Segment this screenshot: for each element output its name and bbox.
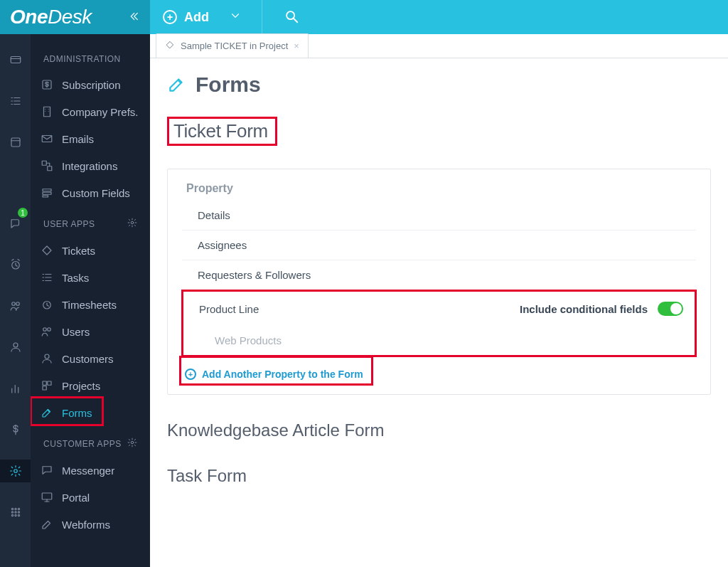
iconbar-chat-icon[interactable]: 1 (0, 212, 31, 235)
section-ticket-form: Ticket Form (173, 120, 268, 142)
nav-portal[interactable]: Portal (31, 484, 150, 511)
add-button[interactable]: + Add (150, 0, 262, 34)
content-area: Sample TICKET in Project × Forms Ticket … (150, 34, 728, 567)
mail-icon (41, 132, 53, 145)
svg-point-27 (18, 514, 19, 516)
iconbar-panel-icon[interactable] (0, 131, 31, 154)
top-header: OneDesk + Add (0, 0, 728, 34)
svg-point-12 (11, 302, 15, 306)
iconbar-analytics-icon[interactable] (0, 377, 31, 400)
svg-rect-36 (48, 166, 52, 171)
sidebar-item-label: Messenger (62, 465, 114, 477)
property-row[interactable]: Assignees (182, 230, 696, 260)
property-row[interactable]: Details (182, 201, 696, 230)
chat-badge: 1 (18, 208, 28, 218)
sidebar-item-label: Customers (62, 353, 114, 365)
iconbar-clock-icon[interactable] (0, 253, 31, 276)
ticket-icon (41, 244, 53, 257)
iconbar: 1 (0, 34, 31, 567)
nav-projects[interactable]: Projects (31, 372, 150, 399)
nav-forms[interactable]: Forms (31, 399, 150, 426)
gear-icon[interactable] (127, 218, 137, 230)
svg-rect-9 (11, 138, 20, 147)
iconbar-settings-icon[interactable] (0, 460, 31, 482)
annotation-highlight: Ticket Form (167, 117, 277, 146)
sidebar-section-user: USER APPS (31, 206, 150, 237)
edit-icon (167, 75, 186, 94)
svg-rect-51 (43, 381, 46, 385)
conditional-toggle[interactable] (658, 302, 683, 316)
dollar-box-icon (41, 78, 53, 91)
svg-rect-2 (11, 57, 21, 63)
iconbar-customers-icon[interactable] (0, 336, 31, 359)
iconbar-billing-icon[interactable] (0, 418, 31, 441)
page-body: Forms Ticket Form Property Details Assig… (150, 58, 728, 567)
svg-point-54 (131, 441, 134, 444)
svg-rect-52 (48, 381, 51, 385)
gear-icon[interactable] (127, 438, 137, 450)
nav-timesheets[interactable]: Timesheets (31, 291, 150, 318)
iconbar-users-icon[interactable] (0, 295, 31, 317)
svg-point-26 (14, 514, 16, 516)
nav-users[interactable]: Users (31, 318, 150, 345)
svg-point-19 (11, 508, 13, 509)
svg-rect-34 (42, 136, 52, 142)
iconbar-tickets-icon[interactable] (0, 48, 31, 71)
users-icon (41, 325, 53, 338)
svg-point-50 (45, 354, 49, 359)
nav-emails[interactable]: Emails (31, 125, 150, 152)
sidebar: ADMINISTRATION Subscription Company Pref… (31, 34, 150, 567)
svg-rect-37 (43, 189, 51, 191)
customers-icon (41, 352, 53, 365)
nav-company-prefs[interactable]: Company Prefs. (31, 98, 150, 125)
svg-point-20 (14, 508, 16, 509)
svg-point-23 (14, 512, 16, 513)
clock-icon (41, 298, 53, 311)
monitor-icon (41, 491, 53, 504)
sidebar-item-label: Emails (62, 133, 94, 145)
plus-icon: + (185, 369, 196, 380)
iconbar-apps-icon[interactable] (0, 501, 31, 524)
nav-tasks[interactable]: Tasks (31, 264, 150, 291)
svg-point-21 (18, 508, 19, 509)
nav-customers[interactable]: Customers (31, 345, 150, 372)
property-list: Details Assignees Requesters & Followers… (182, 201, 696, 357)
property-row-product-line[interactable]: Product Line Include conditional fields (183, 292, 695, 326)
sidebar-item-label: Portal (62, 492, 90, 504)
svg-point-13 (16, 302, 19, 306)
nav-tickets[interactable]: Tickets (31, 237, 150, 264)
svg-rect-53 (43, 386, 46, 390)
fields-icon (41, 186, 53, 199)
property-row-sub[interactable]: Web Products (183, 326, 695, 355)
svg-point-49 (48, 328, 51, 332)
form-config-card: Property Details Assignees Requesters & … (167, 169, 711, 395)
sidebar-item-label: Timesheets (62, 299, 117, 311)
sidebar-item-label: Subscription (62, 79, 121, 91)
collapse-sidebar-button[interactable] (127, 10, 140, 25)
svg-rect-55 (42, 493, 52, 499)
svg-point-25 (11, 514, 13, 516)
checklist-icon (41, 271, 53, 284)
nav-custom-fields[interactable]: Custom Fields (31, 179, 150, 206)
add-property-button[interactable]: + Add Another Property to the Form (182, 366, 369, 383)
nav-webforms[interactable]: Webforms (31, 511, 150, 538)
svg-rect-39 (43, 196, 48, 197)
iconbar-tasks-icon[interactable] (0, 90, 31, 112)
annotation-highlight: Product Line Include conditional fields … (181, 290, 697, 357)
sidebar-item-label: Users (62, 326, 90, 338)
svg-point-48 (43, 328, 47, 332)
add-property-label: Add Another Property to the Form (202, 369, 363, 380)
divider (262, 0, 262, 34)
search-button[interactable] (284, 9, 299, 26)
nav-messenger[interactable]: Messenger (31, 457, 150, 484)
property-row[interactable]: Requesters & Followers (182, 260, 696, 290)
svg-point-14 (14, 343, 18, 347)
nav-integrations[interactable]: Integrations (31, 152, 150, 179)
close-icon[interactable]: × (294, 41, 299, 51)
tab-sample-ticket[interactable]: Sample TICKET in Project × (156, 33, 309, 58)
sidebar-item-label: Tasks (62, 272, 89, 284)
integration-icon (41, 159, 53, 172)
sidebar-item-label: Custom Fields (62, 187, 130, 199)
webform-icon (41, 518, 53, 531)
nav-subscription[interactable]: Subscription (31, 71, 150, 98)
